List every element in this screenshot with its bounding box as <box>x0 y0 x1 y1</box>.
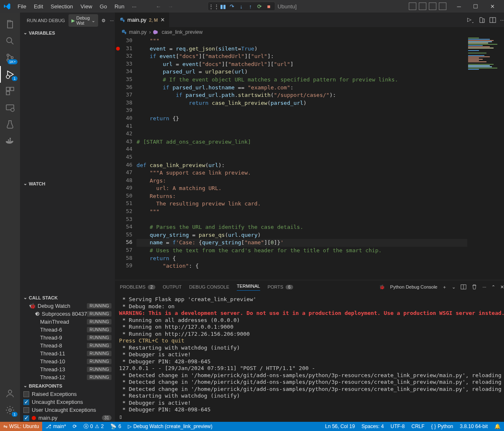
tab-output[interactable]: OUTPUT <box>163 284 182 289</box>
activity-docker[interactable] <box>0 133 20 150</box>
status-problems[interactable]: ⓧ0⚠2 <box>80 423 107 430</box>
layout-panel-icon[interactable] <box>419 3 426 10</box>
tab-bar: main.py 2, M ✕ ▷⌄ ··· <box>115 13 504 27</box>
callstack-row[interactable]: Thread-6RUNNING <box>20 326 115 334</box>
section-callstack[interactable]: ⌄CALL STACK <box>20 293 115 302</box>
breadcrumb[interactable]: main.py › case_link_preview <box>115 27 504 37</box>
menu-go[interactable]: Go <box>96 2 110 11</box>
section-watch[interactable]: ⌄WATCH <box>20 179 115 188</box>
close-panel-icon[interactable]: ✕ <box>500 284 504 290</box>
status-notifications[interactable]: 🔔 <box>491 423 504 429</box>
activity-explorer[interactable] <box>0 16 20 33</box>
antenna-icon: 📡 <box>110 423 117 429</box>
activity-remote-explorer[interactable] <box>0 99 20 116</box>
run-python-icon[interactable]: ▷⌄ <box>467 16 474 24</box>
close-icon[interactable]: ✕ <box>160 17 165 23</box>
callstack-row[interactable]: ▾⚙Subprocess 80437RUNNING <box>20 310 115 318</box>
layout-customize-icon[interactable] <box>439 3 446 10</box>
breakpoint-row[interactable]: Raised Exceptions <box>20 390 115 398</box>
activity-manage[interactable]: 1 <box>0 402 20 418</box>
tab-main-py[interactable]: main.py 2, M ✕ <box>115 13 170 27</box>
tab-terminal[interactable]: TERMINAL <box>237 284 260 291</box>
checkbox[interactable]: ✓ <box>23 415 29 421</box>
status-ports[interactable]: 📡6 <box>107 423 124 429</box>
restart-icon[interactable]: ⟳ <box>256 3 263 10</box>
close-window-icon[interactable]: ✕ <box>484 0 501 13</box>
status-branch[interactable]: ⎇main* <box>42 423 69 429</box>
maximize-icon[interactable]: ☐ <box>467 0 484 13</box>
sync-icon: ⟳ <box>73 423 77 429</box>
status-language[interactable]: { }Python <box>428 423 457 429</box>
menu-run[interactable]: Run <box>111 2 128 11</box>
terminal-chevron-down-icon[interactable]: ⌄ <box>452 284 456 290</box>
status-encoding[interactable]: UTF-8 <box>387 423 408 429</box>
callstack-row[interactable]: Thread-9RUNNING <box>20 334 115 342</box>
callstack-row[interactable]: Thread-11RUNNING <box>20 350 115 357</box>
more-icon[interactable]: ··· <box>500 17 504 23</box>
callstack-row[interactable]: MainThreadRUNNING <box>20 318 115 326</box>
terminal-kind[interactable]: Python Debug Console <box>390 284 437 289</box>
scm-badge: 1K+ <box>8 59 18 64</box>
menu-more-icon[interactable]: ··· <box>129 2 140 11</box>
activity-search[interactable] <box>0 33 20 49</box>
menu-file[interactable]: File <box>14 2 30 11</box>
minimize-icon[interactable]: ─ <box>451 0 467 13</box>
callstack-row[interactable]: ▾🐞Debug WatchRUNNING <box>20 302 115 310</box>
callstack-row[interactable]: Thread-10RUNNING <box>20 357 115 365</box>
grip-icon[interactable]: ⋮⋮ <box>210 3 217 10</box>
breakpoint-row[interactable]: User Uncaught Exceptions <box>20 406 115 414</box>
debug-config-select[interactable]: ▶ Debug Wat ⌄ <box>68 14 98 27</box>
status-eol[interactable]: CRLF <box>408 423 428 429</box>
layout-secondary-icon[interactable] <box>429 3 436 10</box>
section-breakpoints[interactable]: ⌄BREAKPOINTS <box>20 381 115 390</box>
callstack-row[interactable]: Thread-13RUNNING <box>20 365 115 373</box>
checkbox[interactable] <box>23 407 29 413</box>
status-remote[interactable]: ⇋WSL: Ubuntu <box>0 422 42 431</box>
activity-accounts[interactable] <box>0 385 20 402</box>
tab-problems[interactable]: PROBLEMS2 <box>120 284 155 289</box>
diff-icon[interactable] <box>479 17 485 23</box>
new-terminal-icon[interactable]: ＋ <box>442 284 447 290</box>
activity-source-control[interactable]: 1K+ <box>0 49 20 66</box>
callstack-row[interactable]: Thread-8RUNNING <box>20 342 115 350</box>
activity-extensions[interactable] <box>0 83 20 99</box>
status-sync[interactable]: ⟳ <box>69 423 80 429</box>
terminal-content[interactable]: * Serving Flask app 'create_link_preview… <box>115 294 504 422</box>
more-icon[interactable]: ··· <box>482 284 486 289</box>
step-out-icon[interactable]: ↑ <box>247 3 254 10</box>
step-over-icon[interactable]: ↷ <box>229 3 236 10</box>
tab-debug-console[interactable]: DEBUG CONSOLE <box>189 284 229 289</box>
breakpoint-row[interactable]: ✓main.py31 <box>20 414 115 422</box>
debug-toolbar: ⋮⋮ ▮▮ ↷ ↓ ↑ ⟳ ■ <box>208 2 275 11</box>
stop-icon[interactable]: ■ <box>266 3 272 10</box>
more-icon[interactable]: ··· <box>110 18 114 23</box>
activity-run-debug[interactable]: 1 <box>0 66 20 83</box>
chevron-up-icon[interactable]: ⌃ <box>491 284 495 290</box>
gear-icon[interactable]: ⚙ <box>101 18 106 23</box>
breakpoint-row[interactable]: ✓Uncaught Exceptions <box>20 398 115 406</box>
menu-selection[interactable]: Selection <box>47 2 76 11</box>
status-python[interactable]: 3.8.10 64-bit <box>456 423 491 429</box>
split-terminal-icon[interactable] <box>461 284 466 290</box>
callstack-row[interactable]: Thread-12RUNNING <box>20 373 115 381</box>
checkbox[interactable] <box>23 391 29 397</box>
status-debug[interactable]: ▷Debug Watch (create_link_preview) <box>124 423 216 429</box>
status-cursor[interactable]: Ln 56, Col 19 <box>322 423 358 429</box>
step-into-icon[interactable]: ↓ <box>238 3 245 10</box>
menu-view[interactable]: View <box>77 2 96 11</box>
nav-forward-icon[interactable]: → <box>165 3 177 10</box>
svg-rect-7 <box>6 91 10 95</box>
tab-ports[interactable]: PORTS6 <box>268 284 293 289</box>
trash-icon[interactable] <box>471 284 477 290</box>
pause-icon[interactable]: ▮▮ <box>220 3 226 10</box>
split-icon[interactable] <box>489 17 496 23</box>
status-spaces[interactable]: Spaces: 4 <box>358 423 387 429</box>
checkbox[interactable]: ✓ <box>23 399 29 405</box>
nav-back-icon[interactable]: ← <box>152 3 165 10</box>
section-variables[interactable]: ⌄VARIABLES <box>20 28 115 37</box>
code-editor[interactable]: 3031323334353637383940414243444546474849… <box>115 37 504 280</box>
layout-primary-icon[interactable] <box>409 3 416 10</box>
minimap[interactable] <box>467 37 504 263</box>
activity-testing[interactable] <box>0 116 20 133</box>
menu-edit[interactable]: Edit <box>30 2 46 11</box>
